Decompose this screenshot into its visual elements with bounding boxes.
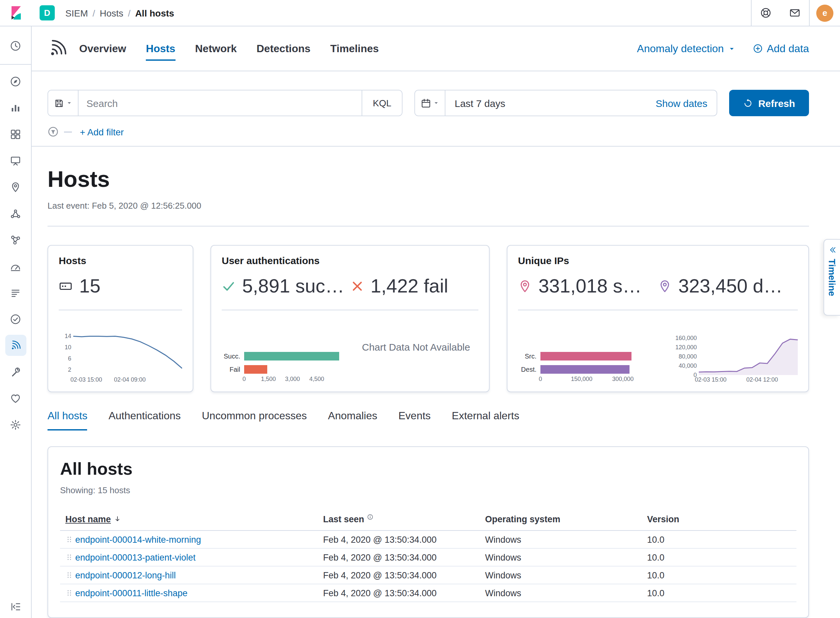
avatar: e xyxy=(816,4,833,21)
add-filter-button[interactable]: + Add filter xyxy=(80,126,124,137)
kpi-card-unique-ips: Unique IPs 331,018 s… 323,450 d… S xyxy=(507,245,809,392)
drag-handle-icon[interactable] xyxy=(65,535,73,544)
hosts-section-tabs: All hosts Authentications Uncommon proce… xyxy=(47,410,809,431)
column-header-version[interactable]: Version xyxy=(647,514,679,524)
siem-tab-detections[interactable]: Detections xyxy=(256,27,310,71)
drag-handle-icon[interactable] xyxy=(65,571,73,579)
column-header-host-name[interactable]: Host name xyxy=(65,514,111,524)
breadcrumb-item-all-hosts[interactable]: All hosts xyxy=(135,7,174,18)
section-tab-authentications[interactable]: Authentications xyxy=(108,410,181,431)
help-icon xyxy=(760,7,771,18)
calendar-button[interactable] xyxy=(415,91,445,116)
mail-icon xyxy=(789,7,800,18)
column-header-last-seen[interactable]: Last seen xyxy=(323,514,364,524)
sidebar-item-graph[interactable] xyxy=(5,229,26,250)
section-tab-external-alerts[interactable]: External alerts xyxy=(452,410,519,431)
section-tab-all-hosts[interactable]: All hosts xyxy=(47,410,87,431)
search-input[interactable] xyxy=(79,91,361,116)
anomaly-detection-dropdown[interactable]: Anomaly detection xyxy=(637,43,736,55)
siem-tab-overview[interactable]: Overview xyxy=(79,27,126,71)
help-button[interactable] xyxy=(751,0,780,26)
destination-ips-stat: 323,450 d… xyxy=(658,275,798,297)
sidebar-item-logs[interactable] xyxy=(5,282,26,303)
user-menu[interactable]: e xyxy=(809,0,840,26)
auth-fail-stat: 1,422 fail xyxy=(350,275,479,297)
card-title: Unique IPs xyxy=(518,255,798,266)
info-icon xyxy=(367,514,373,520)
calendar-icon xyxy=(421,98,431,108)
destination-ips-value: 323,450 d… xyxy=(679,275,782,297)
host-link-endpoint-000011-little-shape[interactable]: endpoint-000011-little-shape xyxy=(75,588,187,598)
space-badge[interactable]: D xyxy=(40,5,55,21)
sidebar-item-uptime[interactable] xyxy=(5,308,26,330)
auth-success-stat: 5,891 suc… xyxy=(222,275,350,297)
host-link-endpoint-000012-long-hill[interactable]: endpoint-000012-long-hill xyxy=(75,570,176,580)
sidebar-item-canvas[interactable] xyxy=(5,150,26,171)
app-sidebar xyxy=(0,27,32,618)
chart-empty-state: Chart Data Not Available xyxy=(354,310,479,383)
kpi-cards: Hosts 15 14106202-03 15:0002-04 09:00 Us… xyxy=(47,245,809,392)
timeline-flyout-toggle[interactable]: Timeline xyxy=(824,239,840,316)
card-title: Hosts xyxy=(59,255,182,266)
source-ips-value: 331,018 s… xyxy=(538,275,642,297)
sidebar-item-maps[interactable] xyxy=(5,176,26,198)
siem-app-nav: Overview Hosts Network Detections Timeli… xyxy=(32,27,840,71)
section-tab-uncommon-processes[interactable]: Uncommon processes xyxy=(202,410,307,431)
sidebar-item-dashboard[interactable] xyxy=(5,123,26,145)
all-hosts-panel: All hosts Showing: 15 hosts Host name La… xyxy=(47,446,809,618)
hosts-page: Hosts Last event: Feb 5, 2020 @ 12:56:25… xyxy=(32,147,840,618)
recently-viewed-button[interactable] xyxy=(5,35,26,56)
add-data-button[interactable]: Add data xyxy=(753,43,809,55)
siem-tab-timelines[interactable]: Timelines xyxy=(330,27,379,71)
sidebar-item-visualize[interactable] xyxy=(5,97,26,118)
saved-query-button[interactable] xyxy=(48,91,79,116)
siem-logo-icon xyxy=(47,39,67,58)
kql-button[interactable]: KQL xyxy=(361,91,402,116)
timeline-label: Timeline xyxy=(827,259,837,296)
clock-icon xyxy=(10,40,21,51)
sidebar-item-stack-monitoring[interactable] xyxy=(5,388,26,409)
kibana-logo[interactable] xyxy=(0,4,32,21)
siem-tab-network[interactable]: Network xyxy=(195,27,237,71)
sidebar-item-machine-learning[interactable] xyxy=(5,203,26,224)
column-header-operating-system[interactable]: Operating system xyxy=(485,514,560,524)
date-range-label[interactable]: Last 7 days xyxy=(445,97,514,108)
drag-handle-icon[interactable] xyxy=(65,553,73,561)
siem-tab-hosts[interactable]: Hosts xyxy=(146,27,175,71)
version-cell: 10.0 xyxy=(642,548,797,566)
app-icon xyxy=(10,128,21,140)
section-tab-events[interactable]: Events xyxy=(399,410,431,431)
collapse-nav-button[interactable] xyxy=(5,598,26,615)
table-row: endpoint-000014-white-morning Feb 4, 202… xyxy=(60,530,797,548)
caret-down-icon xyxy=(66,100,72,106)
collapse-nav-icon xyxy=(10,602,21,612)
sidebar-item-management[interactable] xyxy=(5,414,26,435)
newsfeed-button[interactable] xyxy=(780,0,809,26)
sidebar-item-siem[interactable] xyxy=(5,335,26,356)
os-cell: Windows xyxy=(480,530,642,548)
host-link-endpoint-000013-patient-violet[interactable]: endpoint-000013-patient-violet xyxy=(75,552,196,562)
last-seen-cell: Feb 4, 2020 @ 13:50:34.000 xyxy=(318,530,480,548)
table-row: endpoint-000013-patient-violet Feb 4, 20… xyxy=(60,548,797,566)
host-icon xyxy=(59,279,73,293)
breadcrumb-item-hosts[interactable]: Hosts xyxy=(100,7,123,18)
caret-down-icon xyxy=(433,100,439,106)
source-pin-icon xyxy=(518,279,532,293)
kpi-card-user-authentications: User authentications 5,891 suc… 1,422 fa… xyxy=(210,245,490,392)
sidebar-item-metrics[interactable] xyxy=(5,256,26,277)
show-dates-button[interactable]: Show dates xyxy=(646,97,717,108)
refresh-icon xyxy=(743,98,753,108)
host-link-endpoint-000014-white-morning[interactable]: endpoint-000014-white-morning xyxy=(75,535,201,544)
drag-handle-icon[interactable] xyxy=(65,589,73,597)
filter-bar: + Add filter xyxy=(32,116,840,147)
sidebar-item-dev-tools[interactable] xyxy=(5,361,26,382)
siem-tabs: Overview Hosts Network Detections Timeli… xyxy=(79,27,379,71)
kpi-card-hosts: Hosts 15 14106202-03 15:0002-04 09:00 xyxy=(47,245,193,392)
check-icon xyxy=(222,279,236,293)
page-title: Hosts xyxy=(47,166,809,192)
section-tab-anomalies[interactable]: Anomalies xyxy=(328,410,377,431)
breadcrumb-item-siem[interactable]: SIEM xyxy=(65,7,88,18)
app-icon xyxy=(10,102,21,113)
sidebar-item-discover[interactable] xyxy=(5,71,26,92)
refresh-button[interactable]: Refresh xyxy=(729,90,809,116)
